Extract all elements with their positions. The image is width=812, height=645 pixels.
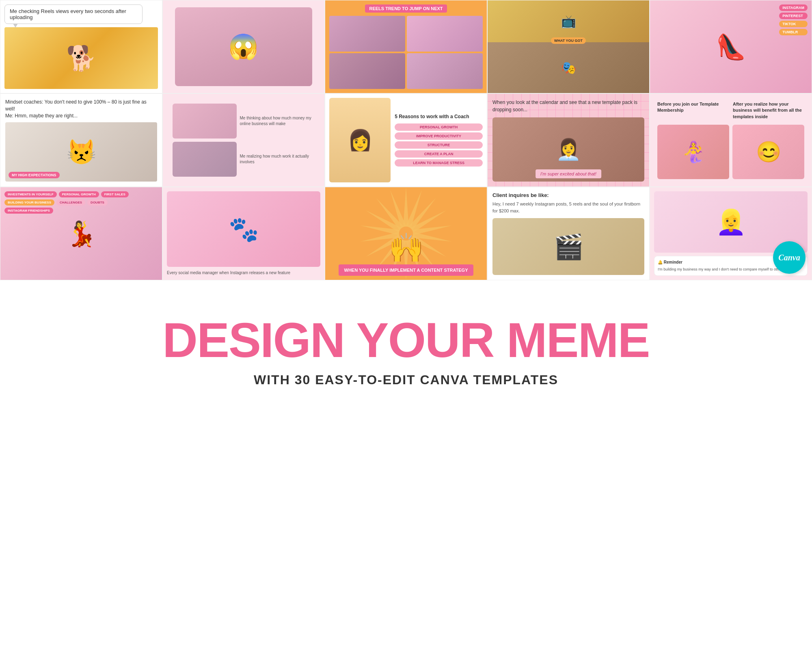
bottom-section: DESIGN YOUR MEME WITH 30 EASY-TO-EDIT CA… xyxy=(0,280,812,422)
pinterest-badge: PINTEREST xyxy=(779,13,808,19)
before-after-photos: 🧜‍♀️ 😊 xyxy=(654,125,808,182)
grid-item-2-2: Me thinking about how much money my onli… xyxy=(162,93,325,187)
tag-instagram-friendships: INSTAGRAM FRIENDSHIPS xyxy=(4,208,53,214)
ariel-after-image: 😊 xyxy=(732,125,804,179)
mindset-coaches-text: Mindset coaches: You don't need to give … xyxy=(5,99,147,119)
pink-panther-image: 🐾 xyxy=(167,191,320,267)
grid-item-3-5: 👱‍♀️ 🔔 Reminder I'm building my business… xyxy=(650,187,812,280)
reels-photo-grid xyxy=(329,16,483,89)
tiktok-badge: TIKTOK xyxy=(779,21,808,27)
grid-item-1-3: REELS TREND TO JUMP ON NEXT xyxy=(325,0,487,93)
grid-item-2-5: Before you join our Template Membership … xyxy=(650,93,812,187)
dog-image: 🐕 xyxy=(4,27,158,89)
realizing-text: Me realizing how much work it actually i… xyxy=(240,142,315,177)
pink-panther-caption: Every social media manager when Instagra… xyxy=(167,270,320,276)
after-title: After you realize how your business will… xyxy=(733,101,804,120)
excited-label: I'm super excited about that! xyxy=(536,169,601,178)
grid-item-2-3: 👩 5 Reasons to work with a Coach PERSONA… xyxy=(325,93,487,187)
content-strategy-woman-image: 🙌 xyxy=(389,187,424,264)
what-you-got-badge: WHAT YOU GOT xyxy=(551,37,586,44)
instagram-badge: INSTAGRAM xyxy=(779,4,808,11)
subtitle: WITH 30 EASY-TO-EDIT CANVA TEMPLATES xyxy=(254,372,558,387)
tag-personal-growth: PERSONAL GROWTH xyxy=(59,191,99,197)
tag-doubts: DOUBTS xyxy=(87,199,108,206)
client-number-image: 🎬 xyxy=(492,218,644,275)
content-strategy-text: WHEN YOU FINALLY IMPLEMENT A CONTENT STR… xyxy=(339,264,474,276)
cat-image: 😾 MY HIGH EXPECTATIONS xyxy=(5,122,157,182)
before-after-text-row: Before you join our Template Membership … xyxy=(654,98,808,121)
grid-item-1-5: 👠 INSTAGRAM PINTEREST TIKTOK TUMBLR xyxy=(650,0,812,93)
tag-building: BUILDING YOUR BUSINESS xyxy=(4,199,54,206)
reason-3: STRUCTURE xyxy=(395,141,483,149)
reason-4: CREATE A PLAN xyxy=(395,150,483,158)
tags-overlay: INVESTMENTS IN YOURSELF PERSONAL GROWTH … xyxy=(0,187,162,280)
after-col: After you realize how your business will… xyxy=(733,101,804,120)
client-title: Client inquires be like: xyxy=(492,192,644,198)
coach-woman-image: 👩 xyxy=(329,98,391,182)
canva-logo: Canva xyxy=(773,241,806,274)
mindset-text: Mindset coaches: You don't need to give … xyxy=(5,99,157,119)
grid-container: Me checking Reels views every two second… xyxy=(0,0,812,280)
grid-item-3-3: 🙌 WHEN YOU FINALLY IMPLEMENT A CONTENT S… xyxy=(325,187,487,280)
what-you-got-top: 📺 xyxy=(488,0,649,42)
main-title: DESIGN YOUR MEME xyxy=(162,316,649,364)
reason-5: LEARN TO MANAGE STRESS xyxy=(395,159,483,167)
ariel-before-image: 🧜‍♀️ xyxy=(657,125,729,179)
what-you-got-bottom: 🎭 xyxy=(488,42,649,93)
client-text: Hey, I need 7 weekly Instagram posts, 5 … xyxy=(492,201,644,214)
thinking-photo xyxy=(173,104,237,139)
grid-item-1-4: 📺 WHAT YOU GOT 🎭 xyxy=(487,0,650,93)
tag-investments: INVESTMENTS IN YOURSELF xyxy=(4,191,57,197)
grid-item-1-2: 😱 xyxy=(162,0,325,93)
reason-1: PERSONAL GROWTH xyxy=(395,123,483,131)
grid-item-3-4: Client inquires be like: Hey, I need 7 w… xyxy=(487,187,650,280)
grid-item-2-4: When you look at the calendar and see th… xyxy=(487,93,650,187)
fashion-group-image: 👠 INSTAGRAM PINTEREST TIKTOK TUMBLR xyxy=(650,0,812,93)
realizing-photo xyxy=(173,142,237,177)
tag-challenges: CHALLENGES xyxy=(56,199,85,206)
canva-logo-text: Canva xyxy=(778,253,800,262)
speech-bubble: Me checking Reels views every two second… xyxy=(4,4,143,24)
before-col: Before you join our Template Membership xyxy=(657,101,729,120)
thinking-text: Me thinking about how much money my onli… xyxy=(240,104,315,139)
my-expectations-badge: MY HIGH EXPECTATIONS xyxy=(9,172,60,178)
reasons-content: 5 Reasons to work with a Coach PERSONAL … xyxy=(395,98,483,182)
tag-first-sales: FIRST SALES xyxy=(101,191,129,197)
grid-item-1-1: Me checking Reels views every two second… xyxy=(0,0,162,93)
grid-item-2-1: Mindset coaches: You don't need to give … xyxy=(0,93,162,187)
tumblr-badge: TUMBLR xyxy=(779,29,808,35)
shocked-woman-image: 😱 xyxy=(175,7,312,86)
grid-item-3-2: 🐾 Every social media manager when Instag… xyxy=(162,187,325,280)
five-reasons-title: 5 Reasons to work with a Coach xyxy=(395,114,483,119)
reason-2: IMPROVE PRODUCTIVITY xyxy=(395,132,483,140)
before-title: Before you join our Template Membership xyxy=(657,101,729,114)
calendar-text: When you look at the calendar and see th… xyxy=(492,99,644,113)
reels-trend-label: REELS TREND TO JUMP ON NEXT xyxy=(365,4,447,13)
dog-meme-text: Me checking Reels views every two second… xyxy=(10,8,126,20)
grid-item-3-1: 💃 INVESTMENTS IN YOURSELF PERSONAL GROWT… xyxy=(0,187,162,280)
